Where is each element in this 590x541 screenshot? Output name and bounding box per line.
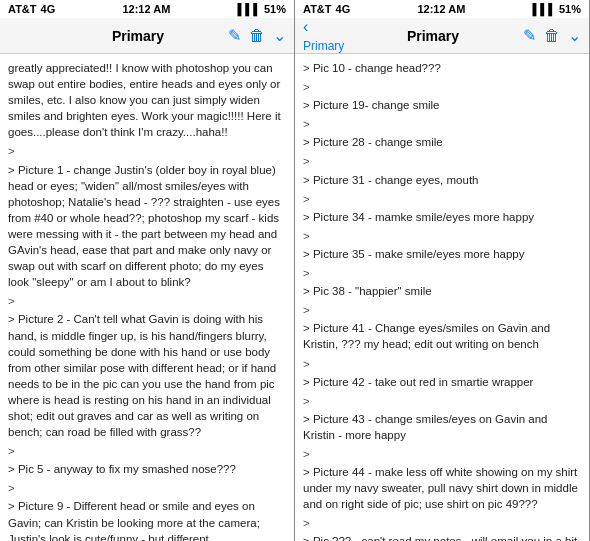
left-nav-icons: ✎ 🗑 ⌄ bbox=[228, 26, 286, 45]
left-chevron-icon[interactable]: ⌄ bbox=[273, 26, 286, 45]
right-arrow-3: > bbox=[303, 191, 581, 207]
left-text-0: greatly appreciated!! I know with photos… bbox=[8, 60, 286, 140]
right-panel: AT&T 4G 12:12 AM ▌▌▌ 51% ‹ Primary Prima… bbox=[295, 0, 590, 541]
right-status-bar: AT&T 4G 12:12 AM ▌▌▌ 51% bbox=[295, 0, 589, 18]
right-text-4: > Picture 34 - mamke smile/eyes more hap… bbox=[303, 209, 581, 225]
right-nav-title: Primary bbox=[343, 28, 523, 44]
right-text-0: > Pic 10 - change head??? bbox=[303, 60, 581, 76]
right-nav-icons: ✎ 🗑 ⌄ bbox=[523, 26, 581, 45]
right-arrow-10: > bbox=[303, 515, 581, 531]
right-arrow-1: > bbox=[303, 116, 581, 132]
right-arrow-0: > bbox=[303, 79, 581, 95]
right-text-8: > Picture 42 - take out red in smartie w… bbox=[303, 374, 581, 390]
right-arrow-4: > bbox=[303, 228, 581, 244]
right-text-5: > Picture 35 - make smile/eyes more happ… bbox=[303, 246, 581, 262]
left-status-bar: AT&T 4G 12:12 AM ▌▌▌ 51% bbox=[0, 0, 294, 18]
left-trash-icon[interactable]: 🗑 bbox=[249, 27, 265, 45]
left-battery: 51% bbox=[264, 3, 286, 15]
right-arrow-9: > bbox=[303, 446, 581, 462]
right-text-7: > Picture 41 - Change eyes/smiles on Gav… bbox=[303, 320, 581, 352]
left-content[interactable]: greatly appreciated!! I know with photos… bbox=[0, 54, 294, 541]
right-arrow-2: > bbox=[303, 153, 581, 169]
left-compose-icon[interactable]: ✎ bbox=[228, 26, 241, 45]
left-nav-bar: Primary ✎ 🗑 ⌄ bbox=[0, 18, 294, 54]
left-network: 4G bbox=[41, 3, 56, 15]
right-battery: 51% bbox=[559, 3, 581, 15]
right-chevron-icon[interactable]: ⌄ bbox=[568, 26, 581, 45]
right-signal: ▌▌▌ bbox=[533, 3, 556, 15]
right-carrier: AT&T bbox=[303, 3, 332, 15]
left-signal: ▌▌▌ bbox=[238, 3, 261, 15]
right-text-9: > Picture 43 - change smiles/eyes on Gav… bbox=[303, 411, 581, 443]
left-status-left: AT&T 4G bbox=[8, 3, 55, 15]
right-arrow-6: > bbox=[303, 302, 581, 318]
left-text-1: > Picture 1 - change Justin's (older boy… bbox=[8, 162, 286, 291]
right-time: 12:12 AM bbox=[417, 3, 465, 15]
right-text-2: > Picture 28 - change smile bbox=[303, 134, 581, 150]
left-arrow-2: > bbox=[8, 443, 286, 459]
right-content[interactable]: > Pic 10 - change head??? > > Picture 19… bbox=[295, 54, 589, 541]
right-network: 4G bbox=[336, 3, 351, 15]
left-arrow-3: > bbox=[8, 480, 286, 496]
right-text-3: > Picture 31 - change eyes, mouth bbox=[303, 172, 581, 188]
left-nav-title: Primary bbox=[48, 28, 228, 44]
right-nav-bar: ‹ Primary Primary ✎ 🗑 ⌄ bbox=[295, 18, 589, 54]
right-arrow-5: > bbox=[303, 265, 581, 281]
left-arrow-1: > bbox=[8, 293, 286, 309]
right-status-left: AT&T 4G bbox=[303, 3, 350, 15]
right-text-1: > Picture 19- change smile bbox=[303, 97, 581, 113]
right-text-11: > Pic ??? - can't read my notes - will e… bbox=[303, 533, 581, 541]
right-compose-icon[interactable]: ✎ bbox=[523, 26, 536, 45]
right-trash-icon[interactable]: 🗑 bbox=[544, 27, 560, 45]
right-text-10: > Picture 44 - make less off white showi… bbox=[303, 464, 581, 512]
left-text-4: > Picture 9 - Different head or smile an… bbox=[8, 498, 286, 541]
right-text-6: > Pic 38 - "happier" smile bbox=[303, 283, 581, 299]
left-carrier: AT&T bbox=[8, 3, 37, 15]
right-status-right: ▌▌▌ 51% bbox=[533, 3, 581, 15]
left-panel: AT&T 4G 12:12 AM ▌▌▌ 51% Primary ✎ 🗑 ⌄ g… bbox=[0, 0, 295, 541]
right-arrow-7: > bbox=[303, 356, 581, 372]
left-status-right: ▌▌▌ 51% bbox=[238, 3, 286, 15]
right-nav-back[interactable]: ‹ Primary bbox=[303, 18, 343, 54]
left-text-3: > Pic 5 - anyway to fix my smashed nose?… bbox=[8, 461, 286, 477]
left-time: 12:12 AM bbox=[122, 3, 170, 15]
left-text-2: > Picture 2 - Can't tell what Gavin is d… bbox=[8, 311, 286, 440]
left-arrow-0: > bbox=[8, 143, 286, 159]
right-arrow-8: > bbox=[303, 393, 581, 409]
